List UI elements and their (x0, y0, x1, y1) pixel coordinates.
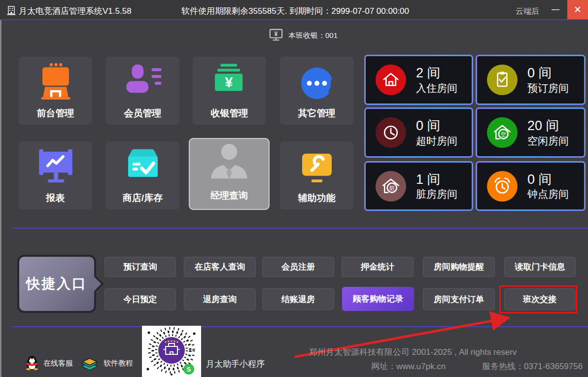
button-customer-purchase-records[interactable]: 顾客购物记录 (342, 287, 414, 311)
cash-yuan-icon: ¥ (210, 57, 249, 102)
window-left-edge (0, 20, 1, 377)
status-label: 空闲房间 (527, 135, 569, 147)
tile-reports[interactable]: 报表 (19, 141, 92, 209)
tile-manager-query[interactable]: 经理查询 (189, 138, 270, 210)
svg-text:脏: 脏 (389, 185, 395, 191)
miniprogram-label: 月太助手小程序 (206, 358, 265, 370)
tile-label: 商店/库存 (123, 192, 163, 205)
hotel-management-main-window: 月太电竞酒店管理系统V1.5.58 软件使用期限剩余355585天. 到期时间：… (0, 0, 588, 377)
tile-label: 会员管理 (124, 107, 162, 120)
tile-label: 收银管理 (211, 107, 248, 120)
tile-label: 经理查询 (210, 189, 248, 202)
tile-store-inventory[interactable]: 商店/库存 (106, 141, 179, 209)
status-count: 2 间 (416, 65, 457, 82)
status-count: 0 间 (527, 171, 569, 188)
button-settle-checkout[interactable]: 结账退房 (262, 288, 334, 310)
button-read-door-card[interactable]: 读取门卡信息 (504, 257, 576, 277)
storefront-icon (35, 57, 76, 102)
button-today-reservation[interactable]: 今日预定 (104, 288, 176, 310)
status-count: 1 间 (416, 171, 457, 188)
tutorial-books-icon[interactable] (80, 355, 99, 370)
button-deposit-statistics[interactable]: 押金统计 (342, 257, 414, 277)
software-tutorial-link[interactable]: 软件教程 (104, 359, 133, 368)
ellipsis-circle-icon (298, 57, 336, 102)
tile-cashier-management[interactable]: ¥ 收银管理 (193, 57, 266, 125)
status-count: 20 间 (527, 118, 569, 135)
inventory-box-icon (123, 141, 163, 187)
vacant-house-icon: 空 (487, 117, 518, 148)
status-label: 钟点房间 (527, 188, 569, 201)
status-count: 0 间 (527, 65, 569, 82)
clipboard-check-icon (487, 65, 518, 95)
member-person-icon (123, 57, 163, 102)
chart-board-icon (36, 141, 75, 187)
status-dirty-rooms[interactable]: 脏 1 间 脏房房间 (364, 161, 473, 211)
bubble-tail (87, 275, 104, 292)
service-hotline-text: 服务热线：0371-63659756 (482, 361, 583, 372)
status-vacant-rooms[interactable]: 空 20 间 空闲房间 (476, 107, 586, 158)
button-member-register[interactable]: 会员注册 (262, 257, 334, 277)
status-label: 入住房间 (416, 82, 457, 95)
button-checkout-query[interactable]: 退房查询 (184, 288, 256, 310)
status-hourly-rooms[interactable]: 0 间 钟点房间 (476, 161, 586, 211)
quick-entry-bubble: 快捷入口 (17, 255, 96, 313)
status-count: 0 间 (416, 118, 457, 135)
button-shift-handover[interactable]: 班次交接 (504, 288, 575, 310)
tile-label: 前台管理 (37, 107, 74, 120)
svg-text:空: 空 (501, 132, 506, 137)
qq-penguin-icon[interactable] (25, 354, 39, 370)
quick-entry-label: 快捷入口 (26, 274, 87, 293)
company-copyright-text: 郑州月太智源科技有限公司 2001-2025 , All rights rese… (309, 346, 517, 358)
tile-label: 辅助功能 (298, 192, 336, 205)
button-in-house-guest-query[interactable]: 在店客人查询 (184, 257, 256, 277)
button-room-shopping-reminder[interactable]: 房间购物提醒 (423, 257, 495, 277)
alarm-clock-icon (487, 171, 518, 202)
svg-text:S: S (187, 366, 191, 373)
status-reserved-rooms[interactable]: 0 间 预订房间 (476, 55, 586, 105)
tile-front-desk[interactable]: 前台管理 (19, 57, 92, 125)
current-shift-cashier-label: 本班收银：001 (288, 31, 338, 40)
app-logo-icon (6, 5, 16, 16)
svg-text:¥: ¥ (225, 74, 233, 90)
online-service-link[interactable]: 在线客服 (43, 359, 73, 368)
website-text: 网址：www.u7pk.cn (371, 361, 446, 372)
divider-top (12, 228, 588, 229)
tile-member-management[interactable]: 会员管理 (106, 57, 179, 125)
cloud-backend-link[interactable]: 云端后 (516, 6, 539, 17)
status-label: 脏房房间 (416, 188, 457, 201)
miniprogram-qr-code: S (142, 326, 201, 377)
status-label: 超时房间 (416, 135, 457, 147)
clock-icon (376, 117, 406, 148)
button-reservation-query[interactable]: 预订查询 (104, 257, 176, 277)
tile-label: 其它管理 (298, 107, 336, 120)
minimize-button[interactable]: — (548, 0, 563, 19)
license-expiry-text: 软件使用期限剩余355585天. 到期时间：2999-07-07 00:00:0… (181, 5, 409, 17)
tile-other-management[interactable]: 其它管理 (280, 57, 353, 125)
tile-auxiliary-functions[interactable]: 辅助功能 (280, 141, 353, 209)
status-occupied-rooms[interactable]: 2 间 入住房间 (364, 55, 473, 105)
house-icon (376, 65, 406, 95)
svg-text:¥: ¥ (275, 31, 278, 37)
window-title: 月太电竞酒店管理系统V1.5.58 (19, 5, 132, 17)
button-room-payment-orders[interactable]: 房间支付订单 (423, 288, 495, 310)
status-overtime-rooms[interactable]: 0 间 超时房间 (364, 107, 473, 158)
tile-label: 报表 (46, 192, 65, 205)
cashier-monitor-icon: ¥ (269, 28, 283, 42)
wrench-monitor-icon (297, 141, 337, 187)
dirty-house-icon: 脏 (376, 171, 406, 202)
manager-person-icon (206, 139, 253, 184)
title-bar: 月太电竞酒店管理系统V1.5.58 软件使用期限剩余355585天. 到期时间：… (0, 0, 588, 20)
close-button[interactable]: ✕ (567, 0, 588, 19)
status-label: 预订房间 (527, 82, 569, 95)
